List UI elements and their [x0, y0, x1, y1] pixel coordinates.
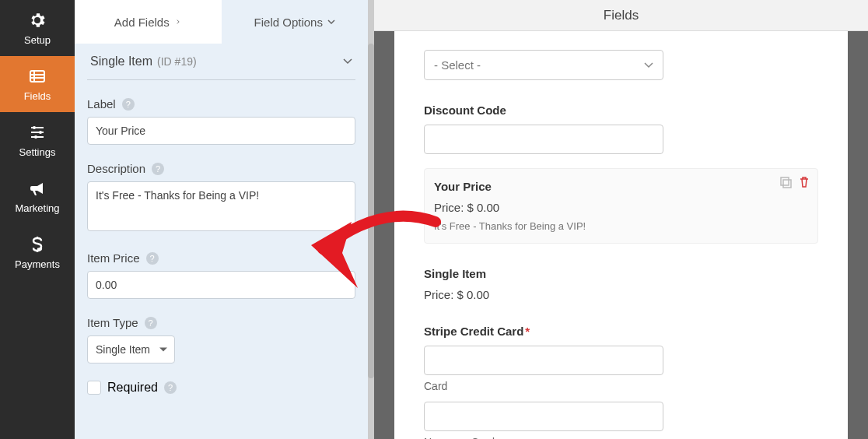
sidebar-item-settings[interactable]: Settings: [0, 112, 75, 168]
tab-label: Add Fields: [114, 16, 170, 29]
sidebar-label: Marketing: [15, 202, 59, 214]
chevron-down-icon: [644, 62, 653, 68]
scrollbar[interactable]: [368, 44, 374, 378]
trash-icon[interactable]: [797, 175, 811, 189]
name-sublabel: Name on Card: [424, 436, 818, 439]
sidebar: Setup Fields Settings Marketing Payments: [0, 0, 75, 439]
list-icon: [28, 67, 47, 86]
preview-select[interactable]: - Select -: [424, 50, 663, 80]
svg-rect-0: [30, 71, 44, 82]
sidebar-item-marketing[interactable]: Marketing: [0, 168, 75, 224]
svg-point-7: [33, 126, 36, 129]
svg-point-9: [34, 135, 37, 139]
field-price: Price: $ 0.00: [424, 288, 818, 301]
field-actions: [779, 175, 811, 189]
preview-stripe-label: Stripe Credit Card*: [424, 325, 818, 338]
description-input[interactable]: [87, 181, 355, 231]
tab-add-fields[interactable]: Add Fields: [75, 0, 222, 44]
help-icon[interactable]: ?: [145, 317, 157, 329]
required-label: Required: [107, 381, 158, 395]
help-icon[interactable]: ?: [152, 163, 164, 175]
field-price: Price: $ 0.00: [434, 201, 808, 214]
preview-card-input[interactable]: [424, 346, 663, 375]
form-label: Item Type ?: [87, 316, 355, 329]
help-icon[interactable]: ?: [122, 98, 135, 111]
dollar-icon: [28, 235, 47, 254]
panel-tabs: Add Fields Field Options: [75, 0, 368, 44]
card-sublabel: Card: [424, 380, 818, 392]
required-row: Required ?: [87, 381, 355, 395]
preview-your-price-field[interactable]: Your Price Price: $ 0.00 It's Free - Tha…: [424, 168, 818, 244]
item-type-select[interactable]: Single Item: [87, 335, 175, 363]
duplicate-icon[interactable]: [779, 175, 793, 189]
select-placeholder: - Select -: [434, 58, 481, 72]
preview-title: Fields: [374, 0, 868, 31]
panel-body: Single Item (ID #19) Label ? Description…: [75, 44, 368, 395]
required-checkbox[interactable]: [87, 381, 101, 395]
label-text: Description: [87, 162, 145, 175]
preview-discount-label: Discount Code: [424, 104, 818, 117]
help-icon[interactable]: ?: [146, 252, 159, 265]
item-type-group: Item Type ? Single Item: [87, 316, 355, 363]
gear-icon: [28, 11, 47, 30]
form-label: Item Price ?: [87, 251, 355, 265]
chevron-down-icon: [327, 19, 335, 24]
stripe-title: Stripe Credit Card: [424, 325, 523, 338]
preview-body: - Select - Discount Code Your Price Pric…: [394, 31, 848, 439]
field-desc: It's Free - Thanks for Being a VIP!: [434, 220, 808, 232]
item-price-group: Item Price ?: [87, 251, 355, 299]
label-group: Label ?: [87, 97, 355, 145]
bullhorn-icon: [28, 179, 47, 198]
options-panel: Add Fields Field Options Single Item (ID…: [75, 0, 374, 439]
preview-single-item-label: Single Item: [424, 267, 818, 280]
sidebar-item-fields[interactable]: Fields: [0, 56, 75, 112]
tab-field-options[interactable]: Field Options: [222, 0, 369, 44]
main: Add Fields Field Options Single Item (ID…: [75, 0, 868, 439]
tab-label: Field Options: [254, 16, 323, 29]
sidebar-label: Fields: [24, 90, 51, 102]
svg-point-8: [39, 131, 42, 134]
label-text: Item Price: [87, 251, 140, 265]
required-star: *: [525, 325, 530, 338]
sidebar-item-payments[interactable]: Payments: [0, 224, 75, 280]
sidebar-label: Payments: [15, 258, 60, 270]
preview-wrap: Fields - Select - Discount Code Your Pri…: [374, 0, 868, 439]
form-label: Description ?: [87, 162, 355, 175]
svg-rect-10: [781, 177, 789, 185]
label-text: Item Type: [87, 316, 138, 329]
section-id: (ID #19): [157, 55, 197, 68]
section-title: Single Item: [90, 54, 152, 68]
label-text: Label: [87, 97, 116, 111]
chevron-down-icon: [343, 58, 352, 65]
description-group: Description ?: [87, 162, 355, 234]
chevron-right-icon: [174, 19, 182, 24]
form-label: Label ?: [87, 97, 355, 111]
sliders-icon: [28, 123, 47, 142]
sidebar-item-setup[interactable]: Setup: [0, 0, 75, 56]
svg-rect-11: [783, 180, 791, 188]
label-input[interactable]: [87, 117, 355, 145]
preview-name-input[interactable]: [424, 402, 663, 431]
section-header[interactable]: Single Item (ID #19): [87, 44, 355, 80]
sidebar-label: Settings: [19, 146, 56, 158]
sidebar-label: Setup: [24, 34, 51, 46]
item-price-input[interactable]: [87, 271, 355, 299]
field-title: Your Price: [434, 180, 808, 193]
help-icon[interactable]: ?: [164, 381, 177, 394]
preview-discount-input[interactable]: [424, 125, 663, 154]
